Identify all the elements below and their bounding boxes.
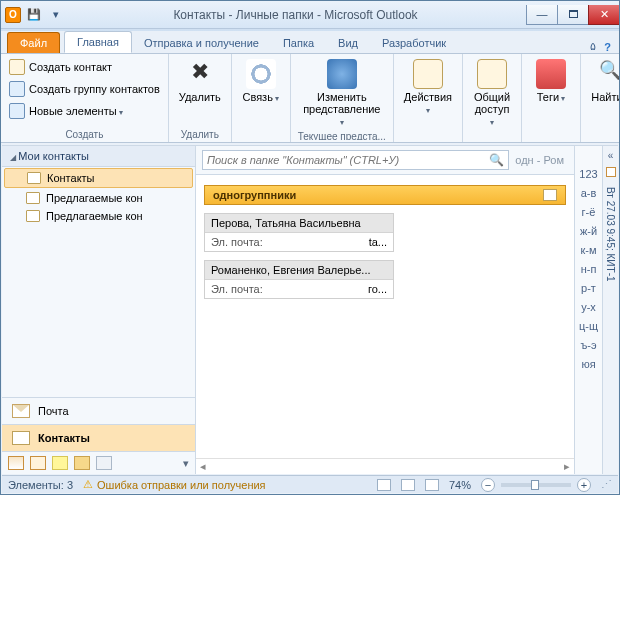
alpha-item[interactable]: у-х bbox=[581, 301, 596, 313]
qat-dropdown-icon[interactable]: ▾ bbox=[47, 6, 65, 24]
folders-icon[interactable] bbox=[74, 456, 90, 470]
h-scrollbar[interactable]: ◂▸ bbox=[196, 458, 574, 474]
navbar-contacts[interactable]: Контакты bbox=[2, 424, 195, 451]
ribbon-tabstrip: Файл Главная Отправка и получение Папка … bbox=[1, 29, 619, 53]
actions-button[interactable]: Действия bbox=[400, 57, 456, 117]
tab-developer[interactable]: Разработчик bbox=[370, 33, 458, 53]
zoom-track[interactable] bbox=[501, 483, 571, 487]
navbar-iconrow: ▾ bbox=[2, 451, 195, 474]
new-contact-group-button[interactable]: Создать группу контактов bbox=[7, 79, 162, 99]
nav-pane: Мои контакты Контакты Предлагаемые кон П… bbox=[2, 146, 196, 474]
alpha-item[interactable]: р-т bbox=[581, 282, 596, 294]
alpha-item[interactable]: ж-й bbox=[580, 225, 597, 237]
app-icon: O bbox=[5, 7, 21, 23]
view-reading-icon[interactable] bbox=[401, 479, 415, 491]
share-button[interactable]: Общий доступ bbox=[469, 57, 515, 129]
alpha-item[interactable]: к-м bbox=[580, 244, 596, 256]
content-pane: 🔍 одн - Ром одногруппники Перова, Татьян… bbox=[196, 146, 574, 474]
zoom-slider[interactable]: − + bbox=[481, 478, 591, 492]
status-warning[interactable]: Ошибка отправки или получения bbox=[83, 478, 266, 491]
tab-home[interactable]: Главная bbox=[64, 31, 132, 53]
delete-button[interactable]: ✖Удалить bbox=[175, 57, 225, 105]
calendar-icon[interactable] bbox=[8, 456, 24, 470]
search-input[interactable] bbox=[207, 154, 489, 166]
contact-card[interactable]: Перова, Татьяна Васильевна Эл. почта:ta.… bbox=[204, 213, 394, 252]
collapse-icon[interactable]: « bbox=[608, 150, 614, 161]
qat-save-icon[interactable]: 💾 bbox=[25, 6, 43, 24]
search-box[interactable]: 🔍 bbox=[202, 150, 509, 170]
alpha-item[interactable]: ц-щ bbox=[579, 320, 598, 332]
nav-header-mycontacts[interactable]: Мои контакты bbox=[2, 146, 195, 167]
status-bar: Элементы: 3 Ошибка отправки или получени… bbox=[2, 475, 618, 493]
category-icon bbox=[543, 189, 557, 201]
contact-card[interactable]: Романенко, Евгения Валерье... Эл. почта:… bbox=[204, 260, 394, 299]
category-header[interactable]: одногруппники bbox=[204, 185, 566, 205]
nav-configure-icon[interactable]: ▾ bbox=[183, 457, 189, 470]
find-button[interactable]: 🔍Найти bbox=[587, 57, 620, 105]
window-title: Контакты - Личные папки - Microsoft Outl… bbox=[65, 8, 526, 22]
maximize-button[interactable] bbox=[557, 5, 589, 25]
new-items-button[interactable]: Новые элементы bbox=[7, 101, 125, 121]
workarea: Мои контакты Контакты Предлагаемые кон П… bbox=[2, 145, 618, 474]
alpha-item[interactable]: а-в bbox=[581, 187, 597, 199]
view-normal-icon[interactable] bbox=[377, 479, 391, 491]
search-scope-label: одн - Ром bbox=[515, 154, 568, 166]
tab-folder[interactable]: Папка bbox=[271, 33, 326, 53]
alpha-item[interactable]: юя bbox=[581, 358, 595, 370]
group-view-label: Текущее предста... bbox=[297, 129, 387, 140]
ribbon: Создать контакт Создать группу контактов… bbox=[1, 53, 619, 143]
nav-item-suggested-1[interactable]: Предлагаемые кон bbox=[2, 189, 195, 207]
ribbon-minimize-icon[interactable]: ۵ bbox=[590, 40, 596, 53]
todo-bar[interactable]: « Вт 27.03 9:45; КИТ-1 bbox=[602, 146, 618, 474]
tab-send-receive[interactable]: Отправка и получение bbox=[132, 33, 271, 53]
todo-date: Вт 27.03 9:45; КИТ-1 bbox=[605, 187, 616, 282]
change-view-button[interactable]: Изменить представление bbox=[297, 57, 387, 129]
nav-item-suggested-2[interactable]: Предлагаемые кон bbox=[2, 207, 195, 225]
resize-grip-icon[interactable]: ⋰ bbox=[601, 478, 612, 491]
group-delete-label: Удалить bbox=[175, 127, 225, 140]
alpha-item[interactable]: 123 bbox=[579, 168, 597, 180]
status-item-count: Элементы: 3 bbox=[8, 479, 73, 491]
group-new-label: Создать bbox=[7, 127, 162, 140]
titlebar: O 💾 ▾ Контакты - Личные папки - Microsof… bbox=[1, 1, 619, 29]
cards-area[interactable]: одногруппники Перова, Татьяна Васильевна… bbox=[196, 175, 574, 458]
nav-item-contacts[interactable]: Контакты bbox=[4, 168, 193, 188]
alpha-index: 123 а-в г-ё ж-й к-м н-п р-т у-х ц-щ ъ-э … bbox=[574, 146, 602, 474]
card-name: Перова, Татьяна Васильевна bbox=[205, 214, 393, 233]
zoom-out-button[interactable]: − bbox=[481, 478, 495, 492]
navbar-mail[interactable]: Почта bbox=[2, 397, 195, 424]
new-contact-button[interactable]: Создать контакт bbox=[7, 57, 114, 77]
alpha-item[interactable]: н-п bbox=[581, 263, 597, 275]
alpha-item[interactable]: г-ё bbox=[582, 206, 596, 218]
calendar-mini-icon[interactable] bbox=[606, 167, 616, 177]
minimize-button[interactable]: — bbox=[526, 5, 558, 25]
tab-file[interactable]: Файл bbox=[7, 32, 60, 53]
alpha-item[interactable]: ъ-э bbox=[580, 339, 596, 351]
shortcuts-icon[interactable] bbox=[96, 456, 112, 470]
search-icon[interactable]: 🔍 bbox=[489, 153, 504, 167]
zoom-label: 74% bbox=[449, 479, 471, 491]
tags-button[interactable]: Теги bbox=[528, 57, 574, 105]
notes-icon[interactable] bbox=[52, 456, 68, 470]
outlook-window: O 💾 ▾ Контакты - Личные папки - Microsof… bbox=[0, 0, 620, 495]
help-icon[interactable]: ? bbox=[604, 41, 611, 53]
zoom-in-button[interactable]: + bbox=[577, 478, 591, 492]
view-list-icon[interactable] bbox=[425, 479, 439, 491]
communicate-button[interactable]: Связь bbox=[238, 57, 284, 105]
tab-view[interactable]: Вид bbox=[326, 33, 370, 53]
tasks-icon[interactable] bbox=[30, 456, 46, 470]
card-name: Романенко, Евгения Валерье... bbox=[205, 261, 393, 280]
close-button[interactable]: ✕ bbox=[588, 5, 620, 25]
